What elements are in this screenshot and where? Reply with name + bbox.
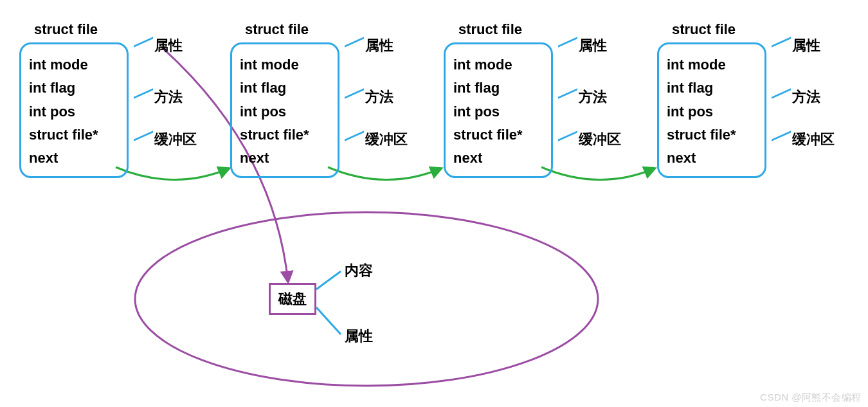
struct-title: struct file [458,21,522,38]
field-mode: int mode [667,53,757,77]
struct-node-2: struct file int mode int flag int pos st… [230,42,339,178]
field-next: struct file* next [453,123,543,170]
struct-node-1: struct file int mode int flag int pos st… [19,42,129,178]
tag-buffer-4: 缓冲区 [772,130,835,149]
field-next: struct file* next [667,123,757,170]
struct-title: struct file [245,21,309,38]
tag-attr-3: 属性 [558,36,607,55]
svg-line-2 [316,307,341,334]
tag-method-1: 方法 [134,87,183,107]
field-next: struct file* next [29,123,119,170]
tag-method-2: 方法 [345,87,393,107]
field-flag: int flag [240,77,330,100]
tag-buffer-3: 缓冲区 [558,130,621,149]
tag-buffer-2: 缓冲区 [345,130,408,149]
tag-attr-2: 属性 [345,36,393,55]
tag-attr-4: 属性 [772,36,820,55]
field-next: struct file* next [240,123,330,170]
tag-buffer-1: 缓冲区 [134,130,197,149]
field-pos: int pos [240,100,330,123]
struct-title: struct file [672,21,736,38]
svg-point-0 [135,212,598,386]
struct-node-3: struct file int mode int flag int pos st… [444,42,553,178]
field-flag: int flag [667,77,757,100]
field-mode: int mode [453,53,543,77]
tag-method-3: 方法 [558,87,607,107]
watermark: CSDN @阿熊不会编程 [760,392,862,404]
struct-node-4: struct file int mode int flag int pos st… [657,42,766,178]
tag-method-4: 方法 [772,87,820,107]
field-mode: int mode [29,53,119,77]
disk-label: 磁盘 [278,289,307,309]
field-flag: int flag [29,77,119,100]
svg-line-1 [316,271,341,289]
disk-attr-label: 属性 [345,327,373,346]
disk-content-label: 内容 [345,261,373,280]
field-pos: int pos [29,100,119,123]
field-pos: int pos [667,100,757,123]
field-flag: int flag [453,77,543,100]
disk-box: 磁盘 [269,283,316,315]
field-pos: int pos [453,100,543,123]
struct-title: struct file [34,21,98,38]
tag-attr-1: 属性 [134,36,183,55]
field-mode: int mode [240,53,330,77]
